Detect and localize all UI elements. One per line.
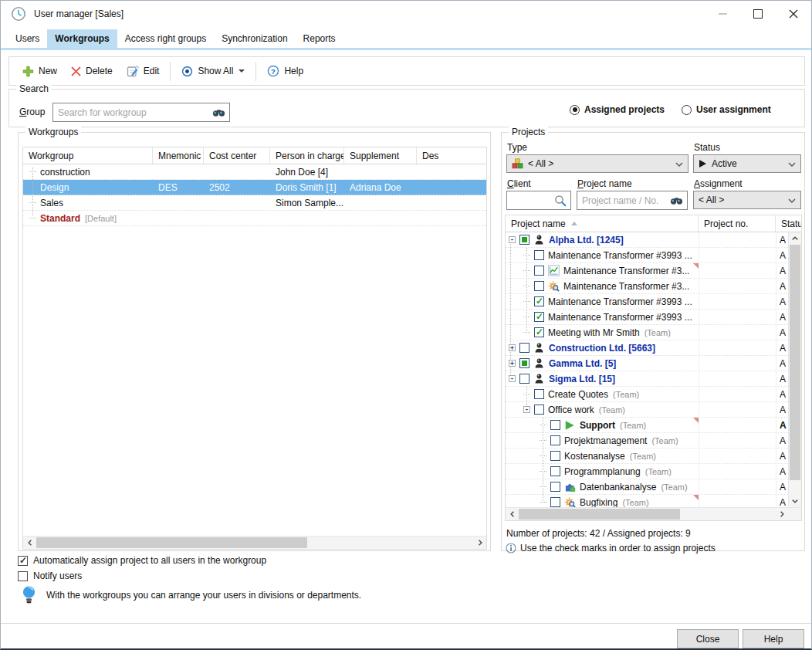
tree-row[interactable]: Create Quotes(Team)A bbox=[506, 387, 788, 402]
tab-reports[interactable]: Reports bbox=[296, 29, 343, 49]
magnifier-icon[interactable] bbox=[554, 195, 567, 207]
scrollbar-thumb[interactable] bbox=[519, 509, 680, 520]
checkbox-unchecked-icon[interactable] bbox=[550, 435, 560, 445]
project-name-input[interactable] bbox=[577, 191, 670, 209]
close-button[interactable]: Close bbox=[677, 629, 739, 648]
show-all-button[interactable]: Show All bbox=[174, 62, 252, 81]
workgroup-row[interactable]: Standard[Default] bbox=[23, 211, 486, 226]
checkbox-checked-icon[interactable] bbox=[534, 296, 544, 306]
tree-row[interactable]: Programmplanung(Team)A bbox=[506, 464, 788, 479]
maximize-button[interactable] bbox=[740, 1, 776, 27]
workgroup-row[interactable]: constructionJohn Doe [4] bbox=[23, 164, 486, 180]
notify-users-checkbox-row[interactable]: Notify users bbox=[18, 570, 82, 581]
checkbox-partial-icon[interactable] bbox=[519, 235, 529, 245]
checkbox-unchecked-icon[interactable] bbox=[519, 374, 529, 384]
delete-button[interactable]: Delete bbox=[64, 62, 120, 80]
projects-vscrollbar[interactable] bbox=[788, 232, 801, 507]
checkbox-unchecked-icon[interactable] bbox=[519, 343, 529, 353]
checkbox-unchecked-icon[interactable] bbox=[534, 281, 544, 291]
tree-row[interactable]: Support(Team)A bbox=[506, 418, 788, 433]
tab-users[interactable]: Users bbox=[8, 29, 47, 49]
collapse-expander-icon[interactable]: - bbox=[509, 236, 516, 243]
tree-row[interactable]: Maintenance Transformer #3...A bbox=[506, 279, 788, 294]
workgroups-hscrollbar[interactable] bbox=[23, 536, 486, 549]
collapse-expander-icon[interactable]: - bbox=[509, 375, 516, 382]
new-button[interactable]: New bbox=[15, 62, 64, 81]
assignment-combo[interactable]: < All > bbox=[693, 191, 801, 209]
tree-row[interactable]: -Office work(Team)A bbox=[506, 402, 788, 418]
binoculars-icon[interactable] bbox=[670, 196, 683, 205]
scroll-up-arrow-icon[interactable] bbox=[789, 232, 801, 245]
tab-access-right-groups[interactable]: Access right groups bbox=[117, 29, 214, 49]
workgroup-search-input[interactable] bbox=[53, 103, 212, 121]
column-header-project-no[interactable]: Project no. bbox=[699, 215, 776, 232]
workgroup-row[interactable]: SalesSimon Sample... bbox=[23, 195, 486, 211]
minimize-button[interactable] bbox=[705, 1, 740, 27]
scrollbar-track[interactable] bbox=[36, 537, 473, 549]
column-header-status[interactable]: Statu bbox=[776, 215, 801, 232]
expand-expander-icon[interactable]: + bbox=[509, 344, 516, 351]
client-search-input[interactable] bbox=[507, 191, 554, 209]
column-header-mnemonic[interactable]: Mnemonic bbox=[153, 147, 204, 164]
collapse-expander-icon[interactable]: - bbox=[523, 406, 530, 413]
projects-hscrollbar[interactable] bbox=[506, 507, 801, 520]
checkbox-checked-icon[interactable] bbox=[534, 312, 544, 322]
scroll-right-arrow-icon[interactable] bbox=[473, 537, 486, 549]
checkbox-unchecked-icon[interactable] bbox=[550, 497, 560, 507]
assigned-projects-radio[interactable]: Assigned projects bbox=[570, 104, 665, 115]
scroll-left-arrow-icon[interactable] bbox=[506, 508, 519, 520]
expand-expander-icon[interactable]: + bbox=[509, 360, 516, 367]
scrollbar-track[interactable] bbox=[789, 245, 801, 495]
type-combo[interactable]: < All > bbox=[506, 154, 689, 173]
tree-row[interactable]: -Sigma Ltd. [15]A bbox=[506, 371, 788, 387]
checkbox-unchecked-icon[interactable] bbox=[550, 482, 560, 492]
checkbox-partial-icon[interactable] bbox=[519, 358, 529, 368]
checkbox-unchecked-icon[interactable] bbox=[550, 451, 560, 461]
checkbox-checked-icon[interactable] bbox=[18, 556, 28, 566]
help-button[interactable]: ? Help bbox=[260, 61, 310, 81]
tree-row[interactable]: Bugfixing(Team)A bbox=[506, 495, 788, 507]
user-assignment-radio[interactable]: User assignment bbox=[682, 104, 771, 115]
column-header-cost-center[interactable]: Cost center bbox=[204, 147, 270, 164]
tree-row[interactable]: +Gamma Ltd. [5]A bbox=[506, 356, 788, 371]
close-window-button[interactable] bbox=[776, 1, 811, 27]
column-header-supplement[interactable]: Supplement bbox=[344, 147, 417, 164]
checkbox-unchecked-icon[interactable] bbox=[534, 266, 544, 276]
tree-row[interactable]: Maintenance Transformer #3993 ...A bbox=[506, 248, 788, 263]
binoculars-icon[interactable] bbox=[212, 108, 225, 117]
chevron-down-icon[interactable] bbox=[239, 69, 245, 76]
status-combo[interactable]: Active bbox=[693, 154, 801, 173]
tree-row[interactable]: Maintenance Transformer #3993 ...A bbox=[506, 294, 788, 310]
checkbox-unchecked-icon[interactable] bbox=[534, 389, 544, 399]
checkbox-checked-icon[interactable] bbox=[534, 327, 544, 337]
workgroup-row[interactable]: DesignDES2502Doris Smith [1]Adriana Doe bbox=[23, 180, 486, 195]
tree-row[interactable]: Projektmanagement(Team)A bbox=[506, 433, 788, 449]
checkbox-unchecked-icon[interactable] bbox=[18, 571, 28, 581]
scrollbar-thumb[interactable] bbox=[790, 245, 800, 480]
tree-row[interactable]: Meeting with Mr Smith(Team)A bbox=[506, 325, 788, 340]
scrollbar-thumb[interactable] bbox=[36, 537, 307, 548]
column-header-des[interactable]: Des bbox=[417, 147, 486, 164]
checkbox-unchecked-icon[interactable] bbox=[550, 466, 560, 476]
tree-row[interactable]: Kostenanalyse(Team)A bbox=[506, 449, 788, 464]
column-header-person-in-charge[interactable]: Person in charge bbox=[270, 147, 344, 164]
scroll-right-arrow-icon[interactable] bbox=[775, 508, 788, 520]
edit-button[interactable]: Edit bbox=[120, 61, 167, 81]
auto-assign-checkbox-row[interactable]: Automatically assign project to all user… bbox=[18, 555, 266, 566]
tab-workgroups[interactable]: Workgroups bbox=[47, 29, 117, 49]
scrollbar-track[interactable] bbox=[519, 508, 775, 520]
scroll-down-arrow-icon[interactable] bbox=[789, 495, 801, 507]
scroll-left-arrow-icon[interactable] bbox=[23, 537, 36, 549]
tree-row[interactable]: -Alpha Ltd. [1245]A bbox=[506, 232, 788, 248]
tab-synchronization[interactable]: Synchronization bbox=[214, 29, 295, 49]
column-header-project-name[interactable]: Project name bbox=[506, 215, 699, 232]
checkbox-unchecked-icon[interactable] bbox=[534, 250, 544, 260]
checkbox-unchecked-icon[interactable] bbox=[534, 405, 544, 415]
column-header-workgroup[interactable]: Workgroup bbox=[23, 147, 153, 164]
tree-row[interactable]: Datenbankanalyse(Team)A bbox=[506, 479, 788, 495]
tree-row[interactable]: Maintenance Transformer #3...A bbox=[506, 263, 788, 279]
tree-row[interactable]: +Construction Ltd. [5663]A bbox=[506, 340, 788, 356]
help-dialog-button[interactable]: Help bbox=[743, 629, 804, 648]
checkbox-unchecked-icon[interactable] bbox=[550, 420, 560, 430]
tree-row[interactable]: Maintenance Transformer #3993 ...A bbox=[506, 310, 788, 325]
